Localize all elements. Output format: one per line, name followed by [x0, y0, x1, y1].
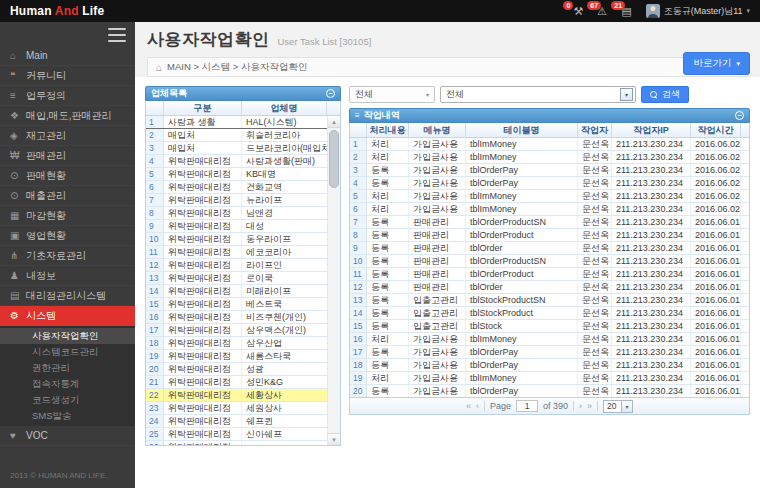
sidebar-subitem-permission[interactable]: 권한관리	[0, 360, 135, 376]
table-row[interactable]: 9위탁판매대리점대성	[146, 220, 340, 233]
column-header[interactable]: 작업시간	[691, 123, 741, 137]
warning-icon[interactable]: ⚠ 67	[597, 6, 607, 17]
table-row[interactable]: 7등록판매관리tblOrderProductSN문선옥211.213.230.2…	[350, 216, 749, 229]
sidebar-subitem-visitor-stats[interactable]: 접속자통계	[0, 376, 135, 392]
table-row[interactable]: 10등록판매관리tblOrderProductSN문선옥211.213.230.…	[350, 255, 749, 268]
sidebar-subitem-sms[interactable]: SMS발송	[0, 408, 135, 424]
table-row[interactable]: 13위탁판매대리점로이쿡	[146, 272, 340, 285]
table-row[interactable]: 23위탁판매대리점세원상사	[146, 402, 340, 415]
table-row[interactable]: 15위탁판매대리점베스트쿡	[146, 298, 340, 311]
table-row[interactable]: 24위탁판매대리점쉐프퀸	[146, 415, 340, 428]
table-row[interactable]: 10위탁판매대리점동우라이프	[146, 233, 340, 246]
menu-toggle-button[interactable]	[108, 28, 126, 42]
column-header[interactable]: 메뉴명	[409, 123, 466, 137]
sidebar-item-voc[interactable]: ♥VOC	[0, 426, 135, 446]
table-row[interactable]: 8위탁판매대리점님앤경	[146, 207, 340, 220]
table-row[interactable]: 4등록가입금사용tblOrderPay문선옥211.213.230.234201…	[350, 177, 749, 190]
table-row[interactable]: 12등록판매관리tblOrder문선옥211.213.230.2342016.0…	[350, 281, 749, 294]
sidebar-item-work-definition[interactable]: ≡업무정의	[0, 86, 135, 106]
table-row[interactable]: 2처리가입금사용tblImMoney문선옥211.213.230.2342016…	[350, 151, 749, 164]
action-cell: 처리	[367, 203, 409, 215]
table-row[interactable]: 11위탁판매대리점에코코리아	[146, 246, 340, 259]
sidebar-item-inventory[interactable]: ◈재고관리	[0, 126, 135, 146]
column-header[interactable]: 작업자IP	[612, 123, 691, 137]
table-row[interactable]: 16처리가입금사용tblImMoney문선옥211.213.230.234201…	[350, 333, 749, 346]
column-header[interactable]: 구분	[164, 101, 242, 115]
table-row[interactable]: 15등록입출고관리tblStock문선옥211.213.230.2342016.…	[350, 320, 749, 333]
table-row[interactable]: 3등록가입금사용tblOrderPay문선옥211.213.230.234201…	[350, 164, 749, 177]
table-row[interactable]: 14위탁판매대리점미래라이프	[146, 285, 340, 298]
scrollbar-thumb[interactable]	[329, 130, 339, 188]
sidebar-item-sales-status[interactable]: ⊙판매현황	[0, 166, 135, 186]
table-row[interactable]: 26위탁판매대리점	[146, 441, 340, 446]
table-row[interactable]: 8등록판매관리tblOrderProduct문선옥211.213.230.234…	[350, 229, 749, 242]
table-row[interactable]: 14등록입출고관리tblStockProduct문선옥211.213.230.2…	[350, 307, 749, 320]
prev-page-button[interactable]: ‹	[476, 402, 479, 411]
sidebar-item-agency-system[interactable]: ▤대리점관리시스템	[0, 286, 135, 306]
table-row[interactable]: 21위탁판매대리점성민K&G	[146, 376, 340, 389]
table-row[interactable]: 3매입처드보라코리아(매입처)	[146, 142, 340, 155]
table-row[interactable]: 2매입처휘슬러코리아	[146, 129, 340, 142]
table-row[interactable]: 17등록가입금사용tblOrderPay문선옥211.213.230.23420…	[350, 346, 749, 359]
table-name-cell: tblImMoney	[466, 372, 578, 384]
first-page-button[interactable]: «	[466, 402, 471, 411]
sidebar-item-main[interactable]: ⌂Main	[0, 46, 135, 66]
table-row[interactable]: 13등록입출고관리tblStockProductSN문선옥211.213.230…	[350, 294, 749, 307]
sidebar-item-community[interactable]: ❝커뮤니티	[0, 66, 135, 86]
sidebar-item-base-data[interactable]: ⋔기초자료관리	[0, 246, 135, 266]
shortcut-button[interactable]: 바로가기 ▾	[683, 52, 750, 75]
last-page-button[interactable]: »	[587, 402, 592, 411]
sidebar-item-system[interactable]: ⚙시스템	[0, 306, 135, 326]
table-row[interactable]: 19처리가입금사용tblImMoney문선옥211.213.230.234201…	[350, 372, 749, 385]
table-row[interactable]: 19위탁판매대리점새롬스타쿡	[146, 350, 340, 363]
scroll-down-icon[interactable]: ▼	[328, 433, 340, 445]
collapse-button[interactable]: −	[735, 111, 744, 120]
sidebar-item-sales-management[interactable]: ₩판매관리	[0, 146, 135, 166]
tasks-icon[interactable]: ▤ 21	[621, 6, 631, 17]
scroll-up-icon[interactable]: ▲	[328, 116, 340, 128]
column-header[interactable]: 처리내용	[367, 123, 409, 137]
column-header[interactable]: 업체명	[242, 101, 327, 115]
table-row[interactable]: 17위탁판매대리점삼우맥스(개인)	[146, 324, 340, 337]
collapse-button[interactable]: −	[326, 89, 335, 98]
table-row[interactable]: 18위탁판매대리점삼우산업	[146, 337, 340, 350]
table-row[interactable]: 16위탁판매대리점비즈쿠첸(개인)	[146, 311, 340, 324]
table-row[interactable]: 4위탁판매대리점사람과생활(판매)	[146, 155, 340, 168]
table-row[interactable]: 6위탁판매대리점건화교역	[146, 181, 340, 194]
table-row[interactable]: 7위탁판매대리점뉴라이프	[146, 194, 340, 207]
next-page-button[interactable]: ›	[579, 402, 582, 411]
sidebar-item-revenue[interactable]: ⊙매출관리	[0, 186, 135, 206]
sidebar-item-my-info[interactable]: ♟내정보	[0, 266, 135, 286]
table-row[interactable]: 6처리가입금사용tblImMoney문선옥211.213.230.2342016…	[350, 203, 749, 216]
table-row[interactable]: 25위탁판매대리점신아쉐프	[146, 428, 340, 441]
filter-select-2[interactable]: 전체 ▾	[440, 86, 636, 103]
sidebar-subitem-user-task-check[interactable]: 사용자작업확인	[0, 328, 135, 344]
sidebar-item-business-status[interactable]: ▣영업현황	[0, 226, 135, 246]
vertical-scrollbar[interactable]: ▲ ▼	[327, 116, 340, 445]
worker-cell: 문선옥	[578, 320, 612, 332]
user-menu[interactable]: 조동규(Master)님11 ▾	[646, 4, 750, 18]
table-row[interactable]: 9등록판매관리tblOrder문선옥211.213.230.2342016.06…	[350, 242, 749, 255]
sidebar-subitem-code-generator[interactable]: 코드생성기	[0, 392, 135, 408]
page-input[interactable]	[516, 400, 538, 412]
sidebar-item-closing-status[interactable]: ▦마감현황	[0, 206, 135, 226]
column-header[interactable]: 작업자	[578, 123, 612, 137]
table-row[interactable]: 20위탁판매대리점성광	[146, 363, 340, 376]
column-header[interactable]: 테이블명	[466, 123, 578, 137]
table-row[interactable]: 5처리가입금사용tblImMoney문선옥211.213.230.2342016…	[350, 190, 749, 203]
table-row[interactable]: 22위탁판매대리점세황상사	[146, 389, 340, 402]
table-row[interactable]: 5위탁판매대리점KB대명	[146, 168, 340, 181]
search-button[interactable]: 검색	[641, 86, 689, 103]
page-size-select[interactable]: 20 ▾	[603, 400, 633, 413]
sidebar-subitem-system-code[interactable]: 시스템코드관리	[0, 344, 135, 360]
table-row[interactable]: 1사람과 생활HAL(시스템)	[146, 116, 340, 129]
row-number-cell: 12	[146, 259, 164, 271]
table-row[interactable]: 20등록가입금사용tblOrderPay문선옥211.213.230.23420…	[350, 385, 749, 398]
table-row[interactable]: 1처리가입금사용tblImMoney문선옥211.213.230.2342016…	[350, 138, 749, 151]
sidebar-item-purchase-sales[interactable]: ❖매입,매도,판매관리	[0, 106, 135, 126]
table-row[interactable]: 18등록가입금사용tblOrderPay문선옥211.213.230.23420…	[350, 359, 749, 372]
table-row[interactable]: 12위탁판매대리점라이프인	[146, 259, 340, 272]
filter-select-1[interactable]: 전체 ▾	[349, 86, 435, 103]
wrench-icon[interactable]: ⚒ 0	[573, 6, 583, 17]
table-row[interactable]: 11등록판매관리tblOrderProduct문선옥211.213.230.23…	[350, 268, 749, 281]
